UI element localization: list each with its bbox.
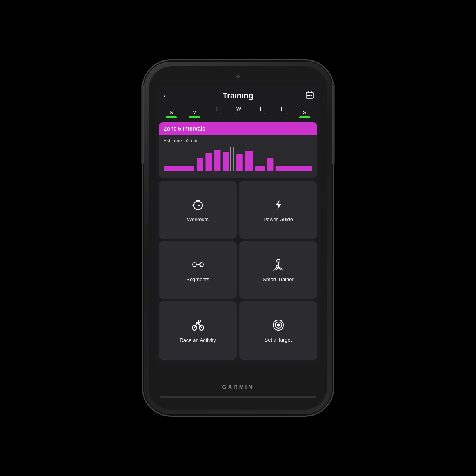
race-activity-label: Race an Activity <box>180 337 216 343</box>
stopwatch-icon <box>191 198 205 213</box>
screen: ← Training <box>156 86 320 363</box>
workouts-button[interactable]: Workouts <box>159 181 237 239</box>
day-col-fri: F <box>278 106 287 118</box>
est-time: Est Time: 52 min <box>164 138 312 144</box>
day-col-thu: T <box>256 106 265 118</box>
day-box-tue <box>213 113 222 118</box>
grid-buttons: Workouts Power Guide <box>156 181 320 363</box>
day-label: M <box>193 109 197 115</box>
workout-chart <box>164 146 312 173</box>
smart-trainer-icon <box>272 258 285 273</box>
power-guide-button[interactable]: Power Guide <box>239 181 317 239</box>
segments-icon <box>191 258 205 273</box>
workout-card-title: Zone 5 Intervals <box>159 122 317 135</box>
svg-rect-12 <box>230 147 231 171</box>
svg-rect-11 <box>223 152 229 171</box>
workout-card-body: Est Time: 52 min <box>159 135 317 178</box>
week-bar: S M T W <box>156 104 320 121</box>
svg-rect-8 <box>197 158 203 171</box>
lightning-icon <box>272 198 285 213</box>
svg-point-49 <box>277 323 280 326</box>
workout-card[interactable]: Zone 5 Intervals Est Time: 52 min <box>159 122 317 178</box>
bottom-ridge <box>160 396 316 398</box>
svg-point-29 <box>200 263 203 267</box>
calendar-icon[interactable] <box>305 91 314 101</box>
bicycle-icon <box>191 318 205 334</box>
garmin-brand: GARMIN <box>222 384 254 390</box>
day-bar-mon <box>189 116 200 118</box>
svg-rect-14 <box>236 154 243 171</box>
set-target-button[interactable]: Set a Target <box>239 301 317 360</box>
day-bar-sun <box>166 116 177 118</box>
day-col-tue: T <box>213 106 222 118</box>
power-guide-label: Power Guide <box>263 216 293 222</box>
svg-rect-7 <box>164 166 194 171</box>
svg-rect-15 <box>245 151 253 171</box>
svg-rect-3 <box>309 95 310 96</box>
workouts-label: Workouts <box>187 216 209 222</box>
camera <box>236 75 240 78</box>
page-title: Training <box>223 91 253 100</box>
day-box-fri <box>278 113 287 118</box>
day-col-wed: W <box>234 106 243 118</box>
segments-button[interactable]: Segments <box>159 241 237 299</box>
svg-marker-27 <box>276 200 281 210</box>
day-label: S <box>303 109 307 115</box>
day-label: S <box>169 109 173 115</box>
svg-rect-9 <box>205 153 212 171</box>
day-col-sat: S <box>299 109 310 118</box>
svg-point-28 <box>193 263 196 267</box>
svg-point-33 <box>277 259 280 262</box>
svg-rect-18 <box>276 166 312 171</box>
day-bar-sat <box>299 116 310 118</box>
race-activity-button[interactable]: Race an Activity <box>159 301 237 360</box>
device-inner: ← Training <box>149 66 327 410</box>
day-label: W <box>236 106 241 112</box>
day-label: T <box>259 106 262 112</box>
day-label: F <box>281 106 284 112</box>
svg-rect-2 <box>307 95 309 96</box>
svg-rect-13 <box>233 147 234 171</box>
back-button[interactable]: ← <box>162 91 171 101</box>
svg-line-37 <box>278 267 280 270</box>
garmin-device: ← Training <box>144 62 332 414</box>
day-label: T <box>216 106 219 112</box>
svg-point-44 <box>198 320 201 322</box>
segments-label: Segments <box>186 276 209 282</box>
svg-rect-10 <box>214 150 221 171</box>
day-col-mon: M <box>189 109 200 118</box>
target-icon <box>272 318 285 334</box>
day-col-sun: S <box>166 109 177 118</box>
svg-rect-16 <box>255 166 265 171</box>
svg-rect-4 <box>311 95 312 96</box>
svg-line-36 <box>276 267 278 270</box>
smart-trainer-button[interactable]: Smart Trainer <box>239 241 317 299</box>
day-box-wed <box>234 113 243 118</box>
smart-trainer-label: Smart Trainer <box>263 276 294 282</box>
header: ← Training <box>156 86 320 104</box>
day-box-thu <box>256 113 265 118</box>
set-target-label: Set a Target <box>265 337 292 343</box>
svg-rect-17 <box>267 158 274 171</box>
